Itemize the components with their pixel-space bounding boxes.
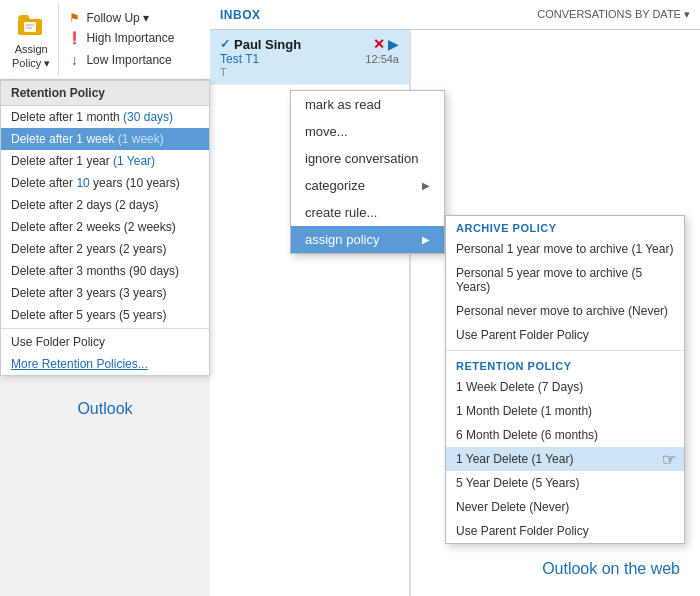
ribbon: Assign Policy ▾ ⚑ Follow Up ▾ ❗ High Imp… xyxy=(0,0,210,80)
email-preview: T xyxy=(220,66,399,78)
context-menu-ignore[interactable]: ignore conversation xyxy=(291,145,444,172)
follow-up-icon: ⚑ xyxy=(67,11,81,25)
inbox-label: INBOX xyxy=(220,8,261,22)
outlook-web-label: Outlook on the web xyxy=(542,560,680,578)
retention-item-4[interactable]: Delete after 2 days (2 days) xyxy=(1,194,209,216)
retention-item-8[interactable]: Delete after 3 years (3 years) xyxy=(1,282,209,304)
retention-separator xyxy=(1,328,209,329)
context-menu-move[interactable]: move... xyxy=(291,118,444,145)
submenu-retention-item-3[interactable]: 1 Year Delete (1 Year) ☞ xyxy=(446,447,684,471)
submenu-retention-item-4[interactable]: 5 Year Delete (5 Years) xyxy=(446,471,684,495)
submenu-separator xyxy=(446,350,684,351)
email-time: 12:54a xyxy=(365,53,399,65)
retention-policy-dropdown: Retention Policy Delete after 1 month (3… xyxy=(0,80,210,376)
retention-policy-header: Retention Policy xyxy=(1,81,209,106)
submenu-retention-item-2[interactable]: 6 Month Delete (6 months) xyxy=(446,423,684,447)
low-importance-button[interactable]: ↓ Low Importance xyxy=(67,51,198,69)
submenu-retention-item-5[interactable]: Never Delete (Never) xyxy=(446,495,684,519)
archive-policy-section-header: ARCHIVE POLICY xyxy=(446,216,684,237)
categorize-submenu-arrow: ▶ xyxy=(422,180,430,191)
ribbon-right-group: ⚑ Follow Up ▾ ❗ High Importance ↓ Low Im… xyxy=(59,4,206,75)
submenu-archive-item-0[interactable]: Personal 1 year move to archive (1 Year) xyxy=(446,237,684,261)
assign-policy-label: Assign Policy ▾ xyxy=(12,43,50,69)
email-sender: ✓ Paul Singh xyxy=(220,37,301,52)
submenu-archive-item-2[interactable]: Personal never move to archive (Never) xyxy=(446,299,684,323)
retention-item-7[interactable]: Delete after 3 months (90 days) xyxy=(1,260,209,282)
retention-use-folder[interactable]: Use Folder Policy xyxy=(1,331,209,353)
retention-more[interactable]: More Retention Policies... xyxy=(1,353,209,375)
submenu-retention-item-0[interactable]: 1 Week Delete (7 Days) xyxy=(446,375,684,399)
submenu-retention-item-1[interactable]: 1 Month Delete (1 month) xyxy=(446,399,684,423)
follow-up-button[interactable]: ⚑ Follow Up ▾ xyxy=(67,10,198,26)
retention-item-1[interactable]: Delete after 1 week (1 week) xyxy=(1,128,209,150)
outlook-brand-label: Outlook xyxy=(0,400,210,418)
sort-label[interactable]: CONVERSATIONS BY DATE ▾ xyxy=(537,8,690,21)
context-menu-create-rule[interactable]: create rule... xyxy=(291,199,444,226)
low-importance-icon: ↓ xyxy=(67,52,81,68)
submenu-retention-use-parent[interactable]: Use Parent Folder Policy xyxy=(446,519,684,543)
retention-item-0[interactable]: Delete after 1 month (30 days) xyxy=(1,106,209,128)
retention-item-5[interactable]: Delete after 2 weeks (2 weeks) xyxy=(1,216,209,238)
main-area: INBOX CONVERSATIONS BY DATE ▾ ✓ Paul Sin… xyxy=(210,0,700,596)
assign-policy-icon xyxy=(15,9,47,41)
checkmark-icon: ✓ xyxy=(220,37,230,51)
context-menu: mark as read move... ignore conversation… xyxy=(290,90,445,254)
retention-policy-section-header: RETENTION POLICY xyxy=(446,354,684,375)
high-importance-icon: ❗ xyxy=(67,31,81,45)
context-menu-assign-policy[interactable]: assign policy ▶ xyxy=(291,226,444,253)
retention-item-6[interactable]: Delete after 2 years (2 years) xyxy=(1,238,209,260)
submenu-archive-item-1[interactable]: Personal 5 year move to archive (5 Years… xyxy=(446,261,684,299)
assign-policy-submenu: ARCHIVE POLICY Personal 1 year move to a… xyxy=(445,215,685,544)
svg-rect-1 xyxy=(24,22,36,32)
close-email-icon[interactable]: ✕ xyxy=(373,36,385,52)
nav-email-icon[interactable]: ▶ xyxy=(388,36,399,52)
retention-item-3[interactable]: Delete after 10 years (10 years) xyxy=(1,172,209,194)
assign-policy-button[interactable]: Assign Policy ▾ xyxy=(4,4,59,75)
context-menu-mark-as-read[interactable]: mark as read xyxy=(291,91,444,118)
email-item-paul-singh[interactable]: ✓ Paul Singh ✕ ▶ Test T1 12:54a T xyxy=(210,30,409,85)
retention-item-2[interactable]: Delete after 1 year (1 Year) xyxy=(1,150,209,172)
context-menu-categorize[interactable]: categorize ▶ xyxy=(291,172,444,199)
high-importance-button[interactable]: ❗ High Importance xyxy=(67,30,198,46)
assign-policy-submenu-arrow: ▶ xyxy=(422,234,430,245)
submenu-archive-use-parent[interactable]: Use Parent Folder Policy xyxy=(446,323,684,347)
retention-item-9[interactable]: Delete after 5 years (5 years) xyxy=(1,304,209,326)
email-subject: Test T1 xyxy=(220,52,259,66)
cursor-icon: ☞ xyxy=(662,450,676,469)
top-bar: INBOX CONVERSATIONS BY DATE ▾ xyxy=(210,0,700,30)
